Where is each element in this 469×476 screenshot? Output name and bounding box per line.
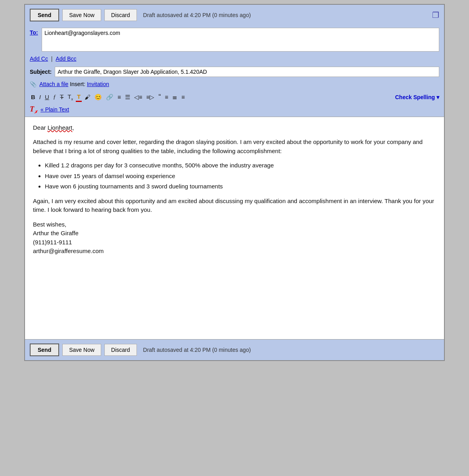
subscript-button[interactable]: Tx — [66, 92, 74, 102]
to-row: To: — [25, 25, 444, 54]
subject-row: Subject: — [25, 65, 444, 79]
bottom-toolbar: Send Save Now Discard Draft autosaved at… — [25, 339, 444, 360]
indent-more-button[interactable]: ≡▷ — [145, 93, 156, 102]
autosave-status: Draft autosaved at 4:20 PM (0 minutes ag… — [143, 12, 251, 18]
save-button-top[interactable]: Save Now — [62, 9, 101, 21]
add-cc-link[interactable]: Add Cc — [30, 56, 48, 62]
align-left-button[interactable]: ≡ — [164, 93, 170, 101]
blockquote-button[interactable]: “ — [158, 92, 162, 102]
discard-button-top[interactable]: Discard — [104, 9, 136, 21]
email-closing: Best wishes, Arthur the Giraffe (911)911… — [33, 220, 436, 256]
subject-label: Subject: — [30, 69, 52, 75]
plain-text-link[interactable]: « Plain Text — [40, 106, 69, 113]
subject-input[interactable] — [55, 67, 439, 77]
indent-less-button[interactable]: ◁≡ — [133, 93, 144, 102]
paperclip-icon: 📎 — [30, 81, 37, 87]
email-body[interactable]: Dear Lionheart, Attached is my resume an… — [25, 117, 444, 339]
email-greeting: Dear Lionheart, — [33, 123, 436, 132]
strikethrough-button[interactable]: T̵ — [59, 93, 65, 102]
bold-button[interactable]: B — [30, 93, 37, 101]
bullet-item-2: Have over 15 years of damsel wooing expe… — [45, 172, 436, 181]
insert-label: Insert: — [70, 81, 87, 87]
expand-icon[interactable]: ❐ — [432, 10, 439, 20]
bullet-list-button[interactable]: ☰ — [124, 93, 131, 102]
email-paragraph2: Again, I am very excited about this oppo… — [33, 197, 436, 215]
check-spelling-button[interactable]: Check Spelling ▾ — [395, 94, 439, 100]
to-input[interactable] — [42, 28, 439, 52]
add-bcc-link[interactable]: Add Bcc — [56, 56, 76, 62]
discard-button-bottom[interactable]: Discard — [104, 344, 136, 356]
top-toolbar: Send Save Now Discard Draft autosaved at… — [25, 5, 444, 25]
italic-button[interactable]: I — [38, 93, 42, 101]
format-toolbar: B I U ƒ T̵ Tx T 🖌 😊 🔗 ≡ ☰ ◁≡ ≡▷ “ ≡ ≣ ≡ … — [25, 90, 444, 104]
invitation-link[interactable]: Invitation — [87, 81, 109, 87]
send-button-top[interactable]: Send — [30, 9, 59, 21]
font-color-button[interactable]: T — [76, 92, 82, 102]
email-paragraph1: Attached is my resume and cover letter, … — [33, 138, 436, 155]
attach-file-link[interactable]: Attach a file — [39, 81, 68, 87]
font-script-button[interactable]: ƒ — [52, 93, 58, 101]
attach-row: 📎 Attach a file Insert: Invitation — [25, 79, 444, 90]
remove-formatting-icon: T✗ — [30, 105, 37, 114]
emoticon-button[interactable]: 😊 — [93, 93, 103, 102]
align-center-button[interactable]: ≣ — [171, 93, 179, 102]
bullet-item-1: Killed 1.2 dragons per day for 3 consecu… — [45, 161, 436, 170]
underline-button[interactable]: U — [44, 93, 50, 101]
autosave-status-bottom: Draft autosaved at 4:20 PM (0 minutes ag… — [143, 347, 251, 353]
plain-text-row: T✗ « Plain Text — [25, 104, 444, 117]
to-label: To: — [30, 28, 42, 36]
cc-bcc-separator: | — [51, 56, 54, 62]
numbered-list-button[interactable]: ≡ — [116, 93, 122, 101]
highlight-button[interactable]: 🖌 — [83, 93, 92, 101]
compose-window: Send Save Now Discard Draft autosaved at… — [24, 4, 445, 361]
align-right-button[interactable]: ≡ — [180, 93, 186, 101]
cc-bcc-row: Add Cc | Add Bcc — [25, 54, 444, 65]
link-button[interactable]: 🔗 — [105, 93, 115, 102]
email-bullet-list: Killed 1.2 dragons per day for 3 consecu… — [45, 161, 436, 191]
save-button-bottom[interactable]: Save Now — [62, 344, 101, 356]
bullet-item-3: Have won 6 jousting tournaments and 3 sw… — [45, 182, 436, 191]
send-button-bottom[interactable]: Send — [30, 344, 59, 356]
recipient-name: Lionheart — [48, 124, 73, 131]
